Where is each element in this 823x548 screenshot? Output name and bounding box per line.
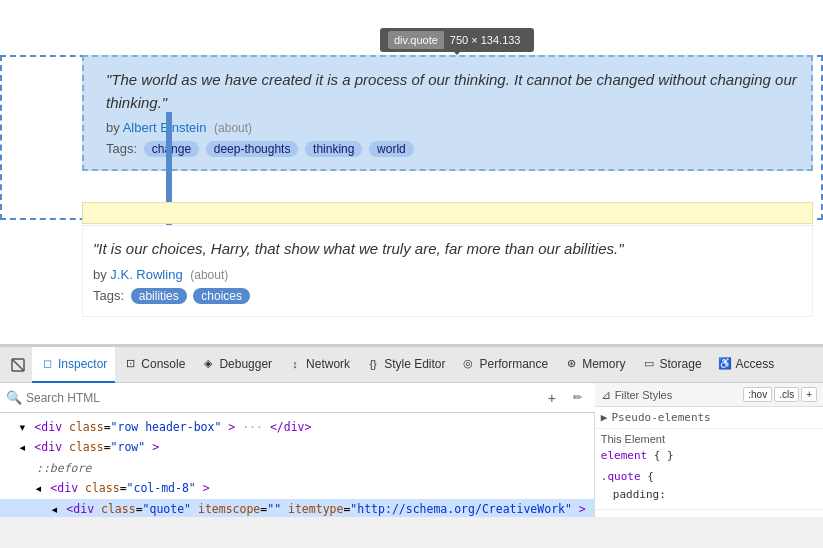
performance-icon: ◎ xyxy=(461,357,475,371)
styles-quote-rule: .quote { padding: xyxy=(601,466,817,505)
tab-performance[interactable]: ◎ Performance xyxy=(453,347,556,383)
tab-inspector[interactable]: ◻ Inspector xyxy=(32,347,115,383)
quote-selector: .quote xyxy=(601,470,641,483)
tab-debugger[interactable]: ◈ Debugger xyxy=(193,347,280,383)
styles-this-element-section: This Element element { } .quote { paddin… xyxy=(595,429,823,510)
quote2-tags-label: Tags: xyxy=(93,288,124,303)
html-tree[interactable]: ▶ <div class="row header-box" > ··· </di… xyxy=(0,413,595,517)
search-input[interactable] xyxy=(26,391,537,405)
quote2-text: "It is our choices, Harry, that show wha… xyxy=(93,238,802,261)
padding-prop: padding: xyxy=(613,486,817,505)
quote1-about-link[interactable]: (about) xyxy=(214,121,252,135)
element-selector: element xyxy=(601,449,647,462)
inspector-panel: 🔍 + ✏ ▶ <div class="row header-box" > ··… xyxy=(0,383,823,517)
tab-memory-label: Memory xyxy=(582,357,625,371)
quote2-author-link[interactable]: J.K. Rowling xyxy=(110,267,182,282)
tab-performance-label: Performance xyxy=(479,357,548,371)
filter-styles-label: Filter Styles xyxy=(615,389,672,401)
devtools-pick-button[interactable] xyxy=(4,351,32,379)
tab-style-editor-label: Style Editor xyxy=(384,357,445,371)
pseudo-before-label: ::before xyxy=(36,461,91,475)
cls-filter-btn[interactable]: .cls xyxy=(774,387,799,402)
tab-memory[interactable]: ⊛ Memory xyxy=(556,347,633,383)
funnel-icon: ⊿ xyxy=(601,388,611,402)
this-element-title: This Element xyxy=(601,433,817,445)
html-line-row[interactable]: ▼ <div class="row" > xyxy=(0,437,594,457)
tag-choices[interactable]: choices xyxy=(193,288,250,304)
tab-console[interactable]: ⊡ Console xyxy=(115,347,193,383)
tag-world[interactable]: world xyxy=(369,141,414,157)
add-node-button[interactable]: + xyxy=(541,387,563,409)
pick-style-button[interactable]: ✏ xyxy=(567,387,589,409)
html-line-before[interactable]: ::before xyxy=(0,458,594,478)
pseudo-elements-label: Pseudo-elements xyxy=(611,411,710,424)
quote2-about-link[interactable]: (about) xyxy=(190,268,228,282)
triangle-icon[interactable]: ▼ xyxy=(48,507,62,512)
quote1-tags: Tags: change deep-thoughts thinking worl… xyxy=(94,141,801,157)
hov-filter-btn[interactable]: :hov xyxy=(743,387,772,402)
tab-access-label: Access xyxy=(736,357,775,371)
html-panel-left: 🔍 + ✏ ▶ <div class="row header-box" > ··… xyxy=(0,383,595,517)
element-tooltip: div.quote 750 × 134.133 xyxy=(380,28,534,52)
tooltip-size: 750 × 134.133 xyxy=(444,31,527,49)
triangle-icon[interactable]: ▼ xyxy=(32,487,46,492)
tab-debugger-label: Debugger xyxy=(219,357,272,371)
tag-thinking[interactable]: thinking xyxy=(305,141,362,157)
tab-storage[interactable]: ▭ Storage xyxy=(634,347,710,383)
style-editor-icon: {} xyxy=(366,357,380,371)
quote2-by-label: by xyxy=(93,267,107,282)
tab-inspector-label: Inspector xyxy=(58,357,107,371)
tag-deep-thoughts[interactable]: deep-thoughts xyxy=(206,141,299,157)
html-line-quote-div[interactable]: ▼ <div class="quote" itemscope="" itemty… xyxy=(0,499,594,517)
padding-label: padding: xyxy=(613,488,666,501)
webpage-preview: div.quote 750 × 134.133 "The world as we… xyxy=(0,0,823,345)
open-brace: { xyxy=(654,449,667,462)
html-search-bar: 🔍 + ✏ xyxy=(0,383,595,413)
quote1-author-link[interactable]: Albert Einstein xyxy=(123,120,207,135)
chevron-right-icon: ▶ xyxy=(601,411,608,424)
access-icon: ♿ xyxy=(718,357,732,371)
tag-abilities[interactable]: abilities xyxy=(131,288,187,304)
tab-network-label: Network xyxy=(306,357,350,371)
styles-pseudo-elements-row: ▶ Pseudo-elements xyxy=(595,407,823,429)
inspector-icon: ◻ xyxy=(40,357,54,371)
quote1-by: by Albert Einstein (about) xyxy=(94,120,801,135)
html-line-row-header[interactable]: ▶ <div class="row header-box" > ··· </di… xyxy=(0,417,594,437)
quote2-by: by J.K. Rowling (about) xyxy=(93,267,802,282)
quote-block-1: "The world as we have created it is a pr… xyxy=(82,55,813,171)
network-icon: ↕ xyxy=(288,357,302,371)
console-icon: ⊡ xyxy=(123,357,137,371)
tooltip-tag: div.quote xyxy=(388,31,444,49)
debugger-icon: ◈ xyxy=(201,357,215,371)
quote1-tags-label: Tags: xyxy=(106,141,137,156)
search-icon: 🔍 xyxy=(6,390,22,405)
yellow-bar xyxy=(82,202,813,224)
quote1-text: "The world as we have created it is a pr… xyxy=(94,69,801,114)
filter-btns: :hov .cls + xyxy=(743,387,817,402)
styles-element-rule: element { } xyxy=(601,447,817,466)
tab-network[interactable]: ↕ Network xyxy=(280,347,358,383)
styles-panel: ⊿ Filter Styles :hov .cls + ▶ Pseudo-ele… xyxy=(595,383,823,517)
styles-toolbar: ⊿ Filter Styles :hov .cls + xyxy=(595,383,823,407)
triangle-icon[interactable]: ▼ xyxy=(16,446,30,451)
close-brace: } xyxy=(667,449,674,462)
devtools-panel: ◻ Inspector ⊡ Console ◈ Debugger ↕ Netwo… xyxy=(0,345,823,548)
quote1-by-label: by xyxy=(106,120,120,135)
memory-icon: ⊛ xyxy=(564,357,578,371)
svg-line-1 xyxy=(12,359,24,371)
tab-access[interactable]: ♿ Access xyxy=(710,347,783,383)
tab-storage-label: Storage xyxy=(660,357,702,371)
triangle-icon[interactable]: ▶ xyxy=(16,425,30,430)
html-line-col-md8[interactable]: ▼ <div class="col-md-8" > xyxy=(0,478,594,498)
quote2-tags: Tags: abilities choices xyxy=(93,288,802,304)
tab-console-label: Console xyxy=(141,357,185,371)
storage-icon: ▭ xyxy=(642,357,656,371)
tab-style-editor[interactable]: {} Style Editor xyxy=(358,347,453,383)
quote-block-2: "It is our choices, Harry, that show wha… xyxy=(82,225,813,317)
plus-filter-btn[interactable]: + xyxy=(801,387,817,402)
devtools-tab-bar: ◻ Inspector ⊡ Console ◈ Debugger ↕ Netwo… xyxy=(0,347,823,383)
